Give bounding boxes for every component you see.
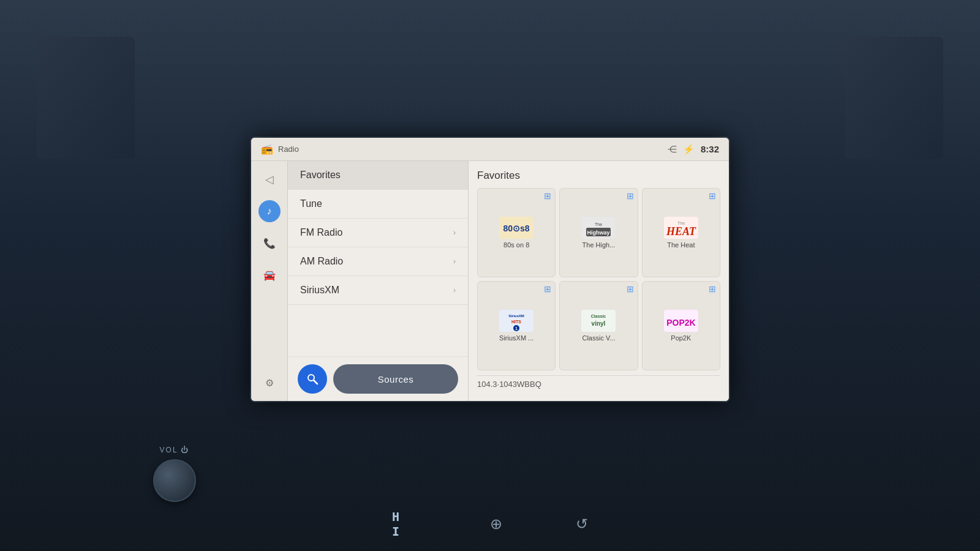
left-panel: Favorites Tune FM Radio › AM Radio › Sir (288, 161, 469, 401)
sidebar-item-car[interactable]: 🚘 (258, 264, 281, 286)
menu-item-tune-label: Tune (300, 198, 322, 209)
svg-text:SiriusXM: SiriusXM (508, 314, 524, 318)
fav-label-siriushits: SiriusXM ... (499, 334, 533, 342)
fav-label-heat: The Heat (667, 241, 695, 249)
sources-button-label: Sources (378, 374, 414, 384)
svg-text:The: The (595, 222, 602, 227)
vent-left (37, 37, 135, 159)
fav-logo-80s8: 80⊙s8 (499, 217, 533, 239)
menu-item-siriusxm-label: SiriusXM (300, 285, 339, 296)
svg-text:1: 1 (515, 326, 518, 331)
svg-line-1 (314, 380, 317, 384)
fav-card-heat[interactable]: ⊞ The HEAT The Heat (642, 188, 720, 277)
fav-logo-pop2k: POP2K (664, 310, 698, 332)
menu-item-favorites-label: Favorites (300, 170, 341, 181)
climate-temp-left: H I (392, 509, 417, 539)
fav-logo-siriushits: SiriusXM HITS 1 (499, 310, 533, 332)
status-right: ⋲ ⚡ 8:32 (668, 144, 719, 155)
fav-label-high: The High... (582, 241, 616, 249)
recirc-icon: ↺ (576, 515, 588, 533)
svg-text:80⊙s8: 80⊙s8 (503, 223, 530, 233)
screen-title: Radio (278, 144, 299, 154)
screen-content: 📻 Radio ⋲ ⚡ 8:32 ◁ ♪ 📞 🚘 ⚙ (251, 138, 729, 401)
fav-logo-classicvinyl: Classic vinyl (581, 310, 616, 332)
radio-source-icon: 📻 (261, 143, 273, 155)
siriusxm-chevron-icon: › (453, 286, 456, 294)
fav-card-80s8[interactable]: ⊞ 80⊙s8 80s on 8 (477, 188, 556, 277)
fav-card-pop2k[interactable]: ⊞ POP2K Pop2K (642, 281, 720, 370)
menu-item-siriusxm[interactable]: SiriusXM › (288, 276, 468, 305)
svg-text:POP2K: POP2K (666, 318, 695, 328)
bluetooth-icon: ⚡ (683, 144, 695, 155)
sidebar-item-settings[interactable]: ⚙ (258, 372, 281, 394)
volume-knob-area: VOL ⏻ (153, 446, 196, 502)
menu-item-tune[interactable]: Tune (288, 190, 468, 219)
status-left: 📻 Radio (261, 143, 299, 155)
menu-item-fm-label: FM Radio (300, 227, 342, 238)
fav-add-icon-heat: ⊞ (709, 191, 716, 201)
now-playing-text: 104.3·1043WBBQ (477, 380, 541, 389)
favorites-title: Favorites (477, 170, 720, 182)
svg-text:HITS: HITS (511, 320, 521, 324)
favorites-grid: ⊞ 80⊙s8 80s on 8 ⊞ (477, 188, 720, 370)
svg-text:HEAT: HEAT (666, 225, 696, 238)
fav-label-80s8: 80s on 8 (503, 241, 529, 249)
sidebar-item-navigation[interactable]: ◁ (258, 168, 281, 190)
clock: 8:32 (701, 144, 719, 154)
fav-card-highvault[interactable]: ⊞ The Highway The High... (559, 188, 638, 277)
search-button[interactable] (298, 364, 327, 394)
fav-label-pop2k: Pop2K (671, 334, 691, 342)
menu-list: Favorites Tune FM Radio › AM Radio › Sir (288, 161, 468, 356)
svg-text:Classic: Classic (591, 314, 606, 318)
climate-bar: H I ⊕ ↺ (368, 503, 612, 545)
fav-logo-heat: The HEAT (664, 217, 698, 239)
fan-icon: ⊕ (490, 515, 502, 533)
sidebar-item-phone[interactable]: 📞 (258, 232, 281, 254)
fav-card-classicvinyl[interactable]: ⊞ Classic vinyl Classic V... (559, 281, 638, 370)
now-playing: 104.3·1043WBBQ (477, 375, 720, 392)
am-chevron-icon: › (453, 257, 456, 266)
fav-logo-high: The Highway (581, 217, 616, 239)
menu-item-fm[interactable]: FM Radio › (288, 219, 468, 247)
volume-knob[interactable] (153, 459, 196, 502)
fav-add-icon-siriushits: ⊞ (544, 284, 551, 294)
status-bar: 📻 Radio ⋲ ⚡ 8:32 (251, 138, 729, 161)
fav-add-icon-classicvinyl: ⊞ (627, 284, 634, 294)
svg-text:Highway: Highway (587, 230, 610, 236)
menu-item-am[interactable]: AM Radio › (288, 247, 468, 276)
fav-card-siriushits[interactable]: ⊞ SiriusXM HITS 1 SiriusXM ... (477, 281, 556, 370)
fav-add-icon-80s8: ⊞ (544, 191, 551, 201)
sidebar-item-music[interactable]: ♪ (258, 200, 281, 222)
fm-chevron-icon: › (453, 228, 456, 237)
vol-label: VOL ⏻ (160, 446, 190, 454)
fav-label-classicvinyl: Classic V... (582, 334, 615, 342)
vent-right (845, 37, 943, 159)
infotainment-screen: 📻 Radio ⋲ ⚡ 8:32 ◁ ♪ 📞 🚘 ⚙ (251, 138, 729, 401)
menu-item-favorites[interactable]: Favorites (288, 161, 468, 190)
svg-text:vinyl: vinyl (592, 320, 606, 327)
fav-add-icon-pop2k: ⊞ (709, 284, 716, 294)
sources-button[interactable]: Sources (333, 364, 458, 394)
sidebar: ◁ ♪ 📞 🚘 ⚙ (251, 161, 288, 401)
menu-item-am-label: AM Radio (300, 256, 343, 267)
bottom-buttons: Sources (288, 356, 468, 401)
fav-add-icon-high: ⊞ (627, 191, 634, 201)
signal-icon: ⋲ (668, 144, 677, 155)
main-content: ◁ ♪ 📞 🚘 ⚙ Favorites Tune FM Radio (251, 161, 729, 401)
svg-text:The: The (677, 221, 685, 225)
right-panel: Favorites ⊞ 80⊙s8 80s on 8 (469, 161, 729, 401)
